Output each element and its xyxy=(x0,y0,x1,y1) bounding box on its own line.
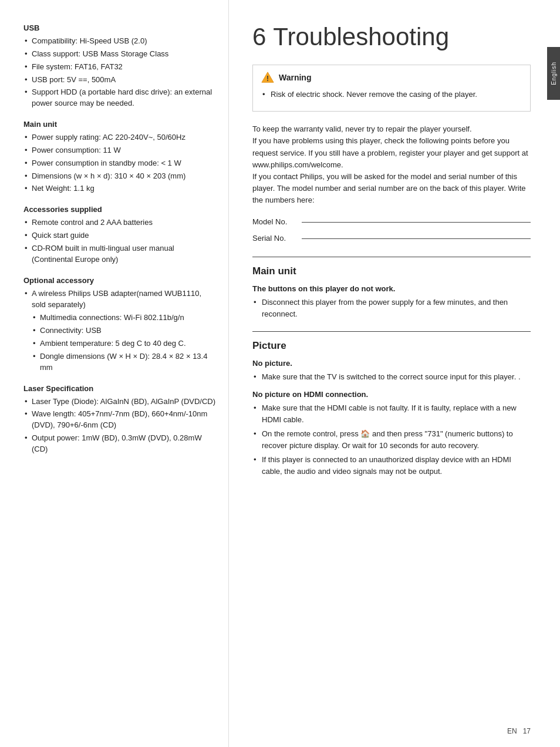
list-item: Multimedia connections: Wi-Fi 802.11b/g/… xyxy=(32,312,217,324)
list-item: Risk of electric shock. Never remove the… xyxy=(261,89,522,100)
picture-divider xyxy=(252,331,531,332)
warning-header: ! Warning xyxy=(261,71,522,84)
list-item: Dongle dimensions (W × H × D): 28.4 × 82… xyxy=(32,351,217,374)
optional-sub-list: Multimedia connections: Wi-Fi 802.11b/g/… xyxy=(23,312,217,373)
model-serial-section: Model No. Serial No. xyxy=(252,214,531,246)
no-picture-hdmi-subheading: No picture on HDMI connection. xyxy=(252,390,531,399)
list-item: Remote control and 2 AAA batteries xyxy=(23,217,217,228)
usb-heading: USB xyxy=(23,23,217,32)
list-item: Net Weight: 1.1 kg xyxy=(23,183,217,194)
list-item: Laser Type (Diode): AlGaInN (BD), AlGaIn… xyxy=(23,396,217,408)
list-item: File system: FAT16, FAT32 xyxy=(23,62,217,73)
list-item: Power supply rating: AC 220-240V~, 50/60… xyxy=(23,132,217,143)
intro-text: To keep the warranty valid, never try to… xyxy=(252,123,531,206)
list-item: Class support: USB Mass Storage Class xyxy=(23,49,217,60)
list-item: On the remote control, press 🏠 and then … xyxy=(252,428,531,452)
list-item: Compatibility: Hi-Speed USB (2.0) xyxy=(23,36,217,47)
buttons-subheading: The buttons on this player do not work. xyxy=(252,284,531,293)
language-tab: English xyxy=(547,47,560,100)
usb-list: Compatibility: Hi-Speed USB (2.0)Class s… xyxy=(23,36,217,109)
list-item: Wave length: 405+7nm/-7nm (BD), 660+4nm/… xyxy=(23,409,217,431)
optional-heading: Optional accessory xyxy=(23,276,217,285)
no-picture-subheading: No picture. xyxy=(252,359,531,368)
list-item: Power consumption in standby mode: < 1 W xyxy=(23,158,217,169)
main-unit-section-title: Main unit xyxy=(252,265,531,277)
list-item: Disconnect this player from the power su… xyxy=(252,297,531,320)
right-column: 6Troubleshooting ! Warning Risk of elect… xyxy=(229,0,560,747)
laser-heading: Laser Specification xyxy=(23,384,217,393)
language-tab-label: English xyxy=(551,62,557,85)
list-item: Make sure that the TV is switched to the… xyxy=(252,371,531,383)
no-picture-list: Make sure that the TV is switched to the… xyxy=(252,371,531,383)
warning-title: Warning xyxy=(279,73,311,82)
list-item: Support HDD (a portable hard disc drive)… xyxy=(23,87,217,109)
warning-icon: ! xyxy=(261,71,274,84)
list-item: A wireless Philips USB adapter(named WUB… xyxy=(23,288,217,311)
footer-lang: EN xyxy=(507,727,517,735)
page: English USB Compatibility: Hi-Speed USB … xyxy=(0,0,560,747)
list-item: Make sure that the HDMI cable is not fau… xyxy=(252,402,531,426)
chapter-title: 6Troubleshooting xyxy=(252,23,531,51)
main-unit-divider xyxy=(252,257,531,257)
list-item: USB port: 5V ==, 500mA xyxy=(23,75,217,86)
list-item: Ambient temperature: 5 deg C to 40 deg C… xyxy=(32,338,217,349)
serial-underline xyxy=(302,238,531,239)
svg-text:!: ! xyxy=(266,75,269,83)
chapter-number: 6 xyxy=(252,23,266,51)
list-item: Quick start guide xyxy=(23,230,217,241)
left-column: USB Compatibility: Hi-Speed USB (2.0)Cla… xyxy=(0,0,229,747)
footer: EN 17 xyxy=(507,727,531,735)
model-label: Model No. xyxy=(252,214,299,230)
serial-line: Serial No. xyxy=(252,231,531,246)
warning-box: ! Warning Risk of electric shock. Never … xyxy=(252,65,531,112)
accessories-list: Remote control and 2 AAA batteriesQuick … xyxy=(23,217,217,265)
list-item: Dimensions (w × h × d): 310 × 40 × 203 (… xyxy=(23,171,217,182)
list-item: Connectivity: USB xyxy=(32,325,217,337)
picture-section-title: Picture xyxy=(252,340,531,352)
serial-label: Serial No. xyxy=(252,231,299,246)
list-item: If this player is connected to an unauth… xyxy=(252,454,531,477)
warning-list: Risk of electric shock. Never remove the… xyxy=(261,89,522,100)
accessories-heading: Accessories supplied xyxy=(23,205,217,214)
main-unit-heading: Main unit xyxy=(23,120,217,129)
optional-list: A wireless Philips USB adapter(named WUB… xyxy=(23,288,217,311)
list-item: Output power: 1mW (BD), 0.3mW (DVD), 0.2… xyxy=(23,433,217,455)
footer-page-number: 17 xyxy=(523,727,531,735)
buttons-list: Disconnect this player from the power su… xyxy=(252,297,531,320)
model-underline xyxy=(302,222,531,223)
list-item: Power consumption: 11 W xyxy=(23,145,217,156)
warning-content: Risk of electric shock. Never remove the… xyxy=(261,89,522,105)
model-line: Model No. xyxy=(252,214,531,230)
list-item: CD-ROM built in multi-lingual user manua… xyxy=(23,243,217,265)
no-picture-hdmi-list: Make sure that the HDMI cable is not fau… xyxy=(252,402,531,478)
laser-list: Laser Type (Diode): AlGaInN (BD), AlGaIn… xyxy=(23,396,217,455)
chapter-title-text: Troubleshooting xyxy=(273,23,449,51)
main-unit-list: Power supply rating: AC 220-240V~, 50/60… xyxy=(23,132,217,194)
